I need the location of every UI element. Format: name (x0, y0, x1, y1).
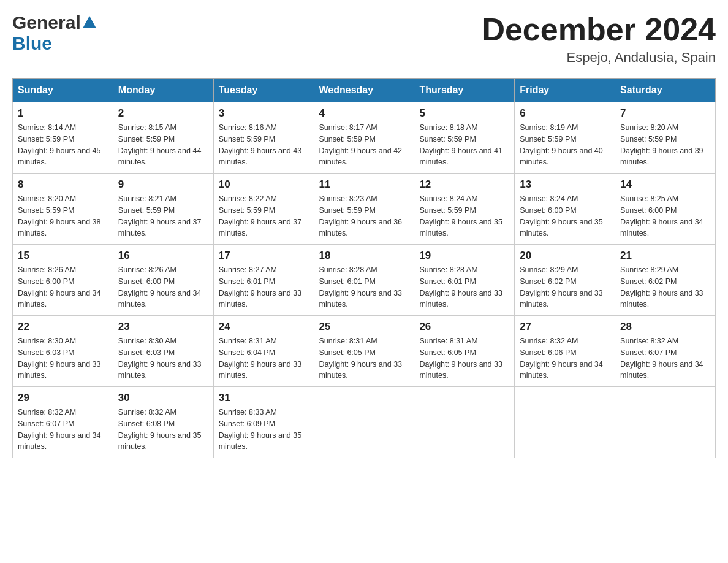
calendar-subtitle: Espejo, Andalusia, Spain (482, 50, 716, 66)
page-header: General Blue December 2024 Espejo, Andal… (12, 12, 716, 66)
calendar-cell: 31 Sunrise: 8:33 AMSunset: 6:09 PMDaylig… (213, 387, 314, 458)
title-block: December 2024 Espejo, Andalusia, Spain (482, 12, 716, 66)
calendar-cell: 19 Sunrise: 8:28 AMSunset: 6:01 PMDaylig… (414, 245, 515, 316)
day-number: 20 (520, 250, 610, 262)
day-info: Sunrise: 8:32 AMSunset: 6:06 PMDaylight:… (520, 337, 603, 380)
header-row: SundayMondayTuesdayWednesdayThursdayFrid… (13, 79, 716, 102)
calendar-cell (414, 387, 515, 458)
day-info: Sunrise: 8:21 AMSunset: 5:59 PMDaylight:… (118, 194, 202, 237)
svg-marker-0 (83, 16, 96, 28)
day-number: 27 (520, 321, 610, 333)
calendar-cell: 16 Sunrise: 8:26 AMSunset: 6:00 PMDaylig… (113, 245, 213, 316)
calendar-cell: 14 Sunrise: 8:25 AMSunset: 6:00 PMDaylig… (615, 174, 716, 245)
day-number: 26 (419, 321, 509, 333)
calendar-cell: 11 Sunrise: 8:23 AMSunset: 5:59 PMDaylig… (314, 174, 414, 245)
logo-triangle-icon (83, 16, 96, 31)
logo: General Blue (12, 12, 96, 54)
calendar-cell: 20 Sunrise: 8:29 AMSunset: 6:02 PMDaylig… (515, 245, 615, 316)
day-number: 10 (219, 178, 309, 191)
calendar-cell: 7 Sunrise: 8:20 AMSunset: 5:59 PMDayligh… (615, 102, 716, 174)
day-number: 5 (419, 107, 509, 120)
day-number: 9 (118, 178, 208, 191)
calendar-week-row: 8 Sunrise: 8:20 AMSunset: 5:59 PMDayligh… (13, 174, 716, 245)
calendar-cell: 15 Sunrise: 8:26 AMSunset: 6:00 PMDaylig… (13, 245, 113, 316)
day-info: Sunrise: 8:23 AMSunset: 5:59 PMDaylight:… (319, 194, 403, 237)
calendar-week-row: 29 Sunrise: 8:32 AMSunset: 6:07 PMDaylig… (13, 387, 716, 458)
calendar-header-wednesday: Wednesday (314, 79, 414, 102)
calendar-table: SundayMondayTuesdayWednesdayThursdayFrid… (12, 78, 716, 458)
day-number: 19 (419, 250, 509, 262)
calendar-cell: 27 Sunrise: 8:32 AMSunset: 6:06 PMDaylig… (515, 316, 615, 387)
day-number: 4 (319, 107, 409, 120)
day-number: 17 (219, 250, 309, 262)
calendar-header-sunday: Sunday (13, 79, 113, 102)
day-number: 23 (118, 321, 208, 333)
calendar-header-tuesday: Tuesday (213, 79, 314, 102)
day-info: Sunrise: 8:24 AMSunset: 5:59 PMDaylight:… (419, 194, 502, 237)
day-info: Sunrise: 8:32 AMSunset: 6:07 PMDaylight:… (18, 408, 101, 451)
day-number: 11 (319, 178, 409, 191)
day-number: 15 (18, 250, 108, 262)
day-number: 12 (419, 178, 509, 191)
calendar-cell: 1 Sunrise: 8:14 AMSunset: 5:59 PMDayligh… (13, 102, 113, 174)
calendar-cell: 4 Sunrise: 8:17 AMSunset: 5:59 PMDayligh… (314, 102, 414, 174)
logo-general-text: General (12, 12, 81, 33)
day-number: 24 (219, 321, 309, 333)
logo-blue-text: Blue (12, 33, 52, 53)
calendar-cell: 2 Sunrise: 8:15 AMSunset: 5:59 PMDayligh… (113, 102, 213, 174)
day-info: Sunrise: 8:31 AMSunset: 6:05 PMDaylight:… (319, 337, 403, 380)
day-info: Sunrise: 8:31 AMSunset: 6:04 PMDaylight:… (219, 337, 302, 380)
calendar-cell: 22 Sunrise: 8:30 AMSunset: 6:03 PMDaylig… (13, 316, 113, 387)
day-number: 18 (319, 250, 409, 262)
calendar-cell: 23 Sunrise: 8:30 AMSunset: 6:03 PMDaylig… (113, 316, 213, 387)
day-number: 22 (18, 321, 108, 333)
calendar-cell: 13 Sunrise: 8:24 AMSunset: 6:00 PMDaylig… (515, 174, 615, 245)
day-info: Sunrise: 8:26 AMSunset: 6:00 PMDaylight:… (18, 266, 101, 308)
day-number: 29 (18, 392, 108, 404)
day-info: Sunrise: 8:24 AMSunset: 6:00 PMDaylight:… (520, 194, 603, 237)
calendar-cell: 24 Sunrise: 8:31 AMSunset: 6:04 PMDaylig… (213, 316, 314, 387)
calendar-body: 1 Sunrise: 8:14 AMSunset: 5:59 PMDayligh… (13, 102, 716, 458)
day-number: 31 (219, 392, 309, 404)
calendar-cell: 21 Sunrise: 8:29 AMSunset: 6:02 PMDaylig… (615, 245, 716, 316)
day-info: Sunrise: 8:22 AMSunset: 5:59 PMDaylight:… (219, 194, 302, 237)
day-number: 28 (620, 321, 710, 333)
calendar-cell: 10 Sunrise: 8:22 AMSunset: 5:59 PMDaylig… (213, 174, 314, 245)
calendar-week-row: 22 Sunrise: 8:30 AMSunset: 6:03 PMDaylig… (13, 316, 716, 387)
calendar-header-friday: Friday (515, 79, 615, 102)
calendar-header-monday: Monday (113, 79, 213, 102)
day-number: 8 (18, 178, 108, 191)
calendar-cell: 9 Sunrise: 8:21 AMSunset: 5:59 PMDayligh… (113, 174, 213, 245)
calendar-cell: 8 Sunrise: 8:20 AMSunset: 5:59 PMDayligh… (13, 174, 113, 245)
calendar-title: December 2024 (482, 12, 716, 47)
day-info: Sunrise: 8:30 AMSunset: 6:03 PMDaylight:… (18, 337, 101, 380)
calendar-cell (615, 387, 716, 458)
day-number: 2 (118, 107, 208, 120)
day-info: Sunrise: 8:27 AMSunset: 6:01 PMDaylight:… (219, 266, 302, 308)
calendar-header-thursday: Thursday (414, 79, 515, 102)
day-info: Sunrise: 8:16 AMSunset: 5:59 PMDaylight:… (219, 123, 302, 166)
day-info: Sunrise: 8:26 AMSunset: 6:00 PMDaylight:… (118, 266, 202, 308)
day-info: Sunrise: 8:32 AMSunset: 6:07 PMDaylight:… (620, 337, 703, 380)
day-info: Sunrise: 8:31 AMSunset: 6:05 PMDaylight:… (419, 337, 502, 380)
calendar-cell: 5 Sunrise: 8:18 AMSunset: 5:59 PMDayligh… (414, 102, 515, 174)
calendar-cell: 26 Sunrise: 8:31 AMSunset: 6:05 PMDaylig… (414, 316, 515, 387)
day-info: Sunrise: 8:25 AMSunset: 6:00 PMDaylight:… (620, 194, 703, 237)
calendar-cell: 12 Sunrise: 8:24 AMSunset: 5:59 PMDaylig… (414, 174, 515, 245)
day-info: Sunrise: 8:18 AMSunset: 5:59 PMDaylight:… (419, 123, 502, 166)
calendar-cell (515, 387, 615, 458)
day-number: 21 (620, 250, 710, 262)
day-number: 1 (18, 107, 108, 120)
day-info: Sunrise: 8:29 AMSunset: 6:02 PMDaylight:… (620, 266, 703, 308)
day-info: Sunrise: 8:28 AMSunset: 6:01 PMDaylight:… (419, 266, 502, 308)
day-number: 25 (319, 321, 409, 333)
day-info: Sunrise: 8:17 AMSunset: 5:59 PMDaylight:… (319, 123, 403, 166)
calendar-week-row: 15 Sunrise: 8:26 AMSunset: 6:00 PMDaylig… (13, 245, 716, 316)
calendar-cell: 3 Sunrise: 8:16 AMSunset: 5:59 PMDayligh… (213, 102, 314, 174)
day-info: Sunrise: 8:15 AMSunset: 5:59 PMDaylight:… (118, 123, 202, 166)
calendar-cell: 25 Sunrise: 8:31 AMSunset: 6:05 PMDaylig… (314, 316, 414, 387)
calendar-cell: 6 Sunrise: 8:19 AMSunset: 5:59 PMDayligh… (515, 102, 615, 174)
day-info: Sunrise: 8:33 AMSunset: 6:09 PMDaylight:… (219, 408, 302, 451)
calendar-cell: 18 Sunrise: 8:28 AMSunset: 6:01 PMDaylig… (314, 245, 414, 316)
day-info: Sunrise: 8:14 AMSunset: 5:59 PMDaylight:… (18, 123, 101, 166)
